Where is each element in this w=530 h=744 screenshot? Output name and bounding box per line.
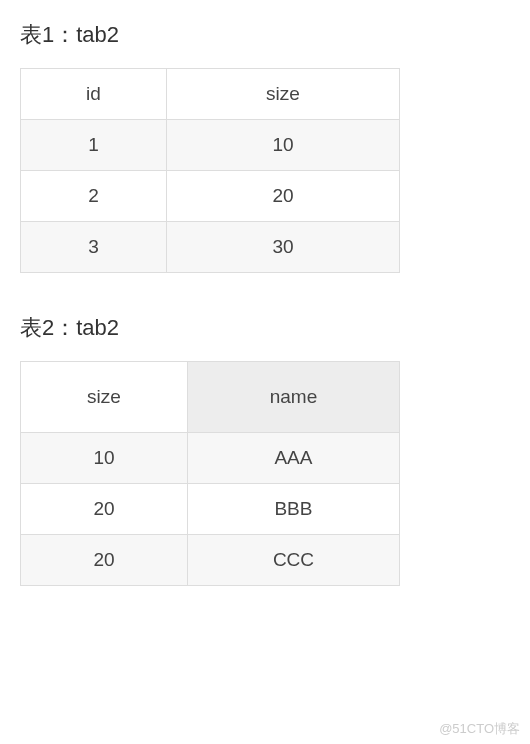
table1-header-row: id size xyxy=(21,69,400,120)
heading-table2: 表2：tab2 xyxy=(20,313,510,343)
cell-id: 1 xyxy=(21,120,167,171)
table2-header-row: size name xyxy=(21,362,400,433)
cell-size: 20 xyxy=(21,484,188,535)
heading-table1: 表1：tab2 xyxy=(20,20,510,50)
section-table2: 表2：tab2 size name 10 AAA 20 BBB 20 CCC xyxy=(20,313,510,586)
cell-size: 10 xyxy=(21,433,188,484)
table-row: 1 10 xyxy=(21,120,400,171)
watermark: @51CTO博客 xyxy=(439,720,520,738)
table-row: 20 CCC xyxy=(21,535,400,586)
table-row: 3 30 xyxy=(21,222,400,273)
cell-size: 10 xyxy=(166,120,399,171)
table2-header-name: name xyxy=(187,362,399,433)
table1-header-size: size xyxy=(166,69,399,120)
cell-size: 30 xyxy=(166,222,399,273)
table1-header-id: id xyxy=(21,69,167,120)
table-row: 2 20 xyxy=(21,171,400,222)
section-table1: 表1：tab2 id size 1 10 2 20 3 30 xyxy=(20,20,510,273)
cell-size: 20 xyxy=(21,535,188,586)
table2: size name 10 AAA 20 BBB 20 CCC xyxy=(20,361,400,586)
table-row: 20 BBB xyxy=(21,484,400,535)
cell-name: AAA xyxy=(187,433,399,484)
cell-name: CCC xyxy=(187,535,399,586)
cell-size: 20 xyxy=(166,171,399,222)
table-row: 10 AAA xyxy=(21,433,400,484)
cell-id: 2 xyxy=(21,171,167,222)
table1: id size 1 10 2 20 3 30 xyxy=(20,68,400,273)
table2-header-size: size xyxy=(21,362,188,433)
cell-name: BBB xyxy=(187,484,399,535)
cell-id: 3 xyxy=(21,222,167,273)
